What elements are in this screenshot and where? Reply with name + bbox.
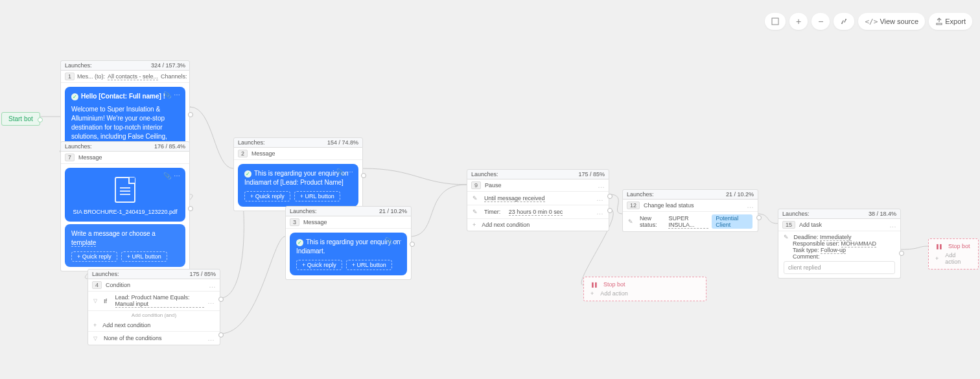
node-7-message[interactable]: Launches:176 / 85.4% 7Message 📎⋯ SIA BRO…: [60, 141, 190, 271]
new-status-row[interactable]: New status: SUPER INSULA... Potential Cl…: [623, 212, 758, 231]
stop-bot-row[interactable]: Stop bot: [929, 242, 978, 251]
url-button[interactable]: URL button: [294, 191, 340, 201]
more-icon: ⋯: [395, 236, 402, 246]
none-condition[interactable]: None of the conditions: [88, 332, 220, 345]
export-button[interactable]: Export: [929, 13, 972, 30]
svg-point-2: [845, 19, 846, 20]
more-icon: ⋯: [347, 168, 353, 177]
node-12-change-status[interactable]: Launches:21 / 10.2% 12Change lead status…: [622, 189, 758, 232]
timer-row[interactable]: Timer: 23 hours 0 min 0 sec: [467, 205, 609, 219]
node-3-message[interactable]: Launches:21 / 10.2% 3Message 📎⋯ ✓This is…: [285, 206, 412, 280]
condition-row[interactable]: If Lead: Product Name Equals: Manual inp…: [88, 292, 220, 311]
svg-rect-0: [772, 18, 778, 25]
quick-reply-button[interactable]: Quick reply: [296, 260, 342, 270]
node-4-condition[interactable]: Launches:175 / 85% 4Condition If Lead: P…: [88, 269, 220, 345]
node-7-file-bubble: 📎⋯ SIA BROCHURE-1_240419_123220.pdf: [65, 168, 185, 222]
stop-bot-1[interactable]: Stop bot Add action: [583, 277, 706, 301]
stop-bot-2[interactable]: Stop bot Add action: [928, 238, 979, 270]
zoom-in-button[interactable]: +: [789, 13, 808, 30]
view-source-button[interactable]: </> View source: [858, 13, 925, 30]
stop-bot-row[interactable]: Stop bot: [584, 280, 706, 289]
node-3-bubble: 📎⋯ ✓This is regarding your enquiry on In…: [290, 233, 407, 275]
add-action-row[interactable]: Add action: [584, 289, 706, 298]
node-9-pause[interactable]: Launches:175 / 85% 9Pause Until message …: [467, 169, 609, 231]
task-comment[interactable]: client replied: [784, 261, 895, 274]
url-button[interactable]: URL button: [121, 251, 167, 262]
launches-bar: Launches:176 / 85.4%: [60, 141, 190, 152]
attachment-icon: 📎: [163, 172, 171, 181]
node-1-header: 1 Mes... (to): All contacts - sele... Ch…: [61, 71, 189, 83]
quick-reply-button[interactable]: Quick reply: [244, 191, 290, 201]
start-bot-node[interactable]: Start bot: [1, 112, 40, 126]
url-button[interactable]: URL button: [346, 260, 392, 270]
launches-bar: Launches:38 / 18.4%: [778, 209, 901, 219]
launches-bar: Launches:175 / 85%: [88, 269, 220, 279]
node-15-add-task[interactable]: Launches:38 / 18.4% 15Add task Deadline:…: [778, 209, 901, 279]
more-icon: ⋯: [174, 172, 180, 181]
settings-button[interactable]: [834, 13, 854, 30]
svg-point-1: [841, 23, 843, 24]
add-action-row[interactable]: Add action: [929, 251, 978, 266]
attachment-icon: 📎: [163, 91, 171, 100]
node-7-header: 7Message: [61, 152, 189, 164]
add-next-condition[interactable]: Add next condition: [467, 219, 609, 231]
status-tag: Potential Client: [712, 214, 752, 229]
until-msg-row[interactable]: Until message received: [467, 192, 609, 205]
launches-bar: Launches:175 / 85%: [467, 169, 609, 179]
node-2-bubble: 📎⋯ ✓This is regarding your enquiry on In…: [238, 164, 358, 207]
attachment-icon: 📎: [336, 168, 344, 177]
zoom-out-button[interactable]: −: [811, 13, 830, 30]
fullscreen-button[interactable]: [765, 13, 786, 30]
node-7-write-bubble: Write a message or choose a template Qui…: [65, 224, 185, 267]
start-bot-label: Start bot: [8, 115, 33, 122]
launches-bar: Launches:324 / 157.3%: [60, 60, 190, 71]
launches-bar: Launches:154 / 74.8%: [233, 137, 363, 148]
file-icon: [115, 177, 135, 203]
toolbar: + − </> View source Export: [765, 13, 972, 30]
node-2-message[interactable]: Launches:154 / 74.8% 2Message 📎⋯ ✓This i…: [233, 137, 363, 211]
quick-reply-button[interactable]: Quick reply: [71, 251, 117, 262]
more-icon: ⋯: [174, 91, 180, 100]
launches-bar: Launches:21 / 10.2%: [622, 189, 758, 200]
add-next-condition[interactable]: Add next condition: [88, 319, 220, 332]
add-and-cond[interactable]: Add condition (and): [88, 311, 220, 319]
attachment-icon: 📎: [385, 236, 393, 246]
launches-bar: Launches:21 / 10.2%: [285, 206, 412, 216]
